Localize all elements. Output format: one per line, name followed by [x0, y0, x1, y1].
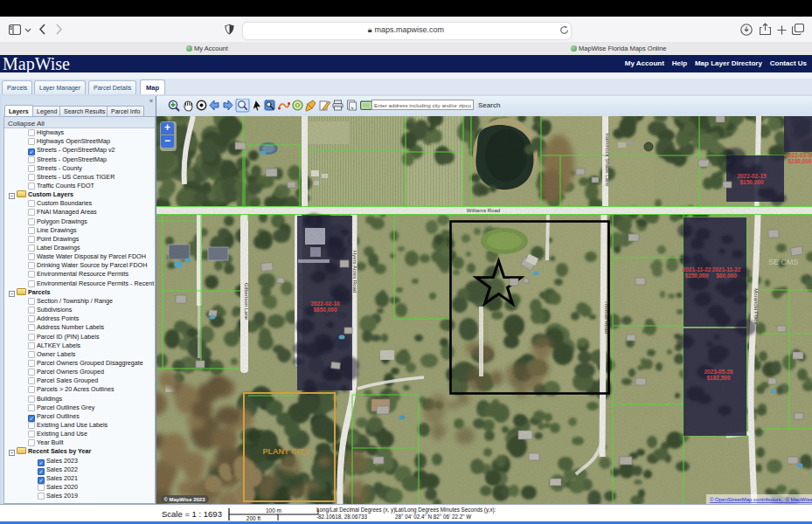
svg-text:200 ft: 200 ft: [246, 515, 260, 521]
svg-text:© OpenStreetMap contributors,: © OpenStreetMap contributors, © MapWise: [710, 497, 812, 502]
svg-text:© MapWise 2023: © MapWise 2023: [163, 497, 205, 502]
svg-text:100 m: 100 m: [266, 507, 281, 514]
